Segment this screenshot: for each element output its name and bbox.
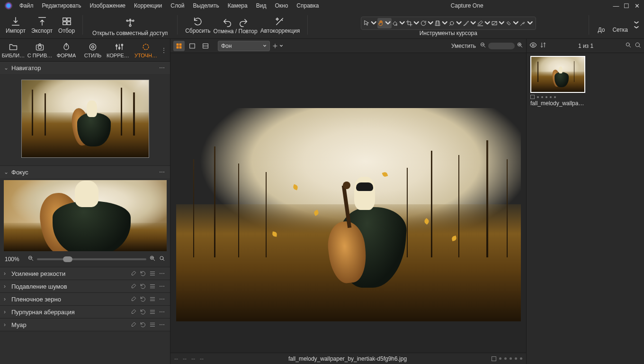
autocorrect-button[interactable]: Автокоррекция (258, 14, 303, 36)
copy-adjust-icon[interactable] (129, 295, 138, 303)
export-button[interactable]: Экспорт (28, 14, 55, 36)
panel-menu-icon[interactable]: ⋯ (158, 308, 166, 316)
reset-adjust-icon[interactable] (139, 282, 147, 291)
view-mode-single[interactable] (187, 41, 198, 51)
zoom-in-icon[interactable] (149, 255, 156, 263)
before-after-button[interactable]: До (594, 17, 608, 33)
reset-adjust-icon[interactable] (139, 308, 147, 316)
panel-menu-icon[interactable]: ⋯ (158, 168, 166, 176)
tab-shape[interactable]: ФОРМА (53, 39, 80, 61)
preset-icon[interactable] (148, 308, 157, 316)
crop-tool[interactable] (406, 18, 420, 28)
window-minimize-icon[interactable]: — (611, 1, 621, 11)
info-shutter: -- (191, 355, 195, 362)
layer-select[interactable]: Фон (218, 41, 270, 51)
preset-icon[interactable] (148, 320, 157, 329)
zoom-out-icon[interactable] (27, 255, 34, 263)
add-layer-button[interactable] (272, 41, 283, 51)
hand-tool[interactable] (377, 18, 392, 28)
zoom-out-icon[interactable] (480, 42, 486, 50)
thumb-filename: fall_melody_wallpap… (530, 100, 585, 107)
keystone-tool[interactable] (434, 18, 448, 28)
sort-icon[interactable] (540, 42, 546, 50)
window-maximize-icon[interactable]: ☐ (621, 1, 632, 11)
tab-tether[interactable]: С ПРИВ… (27, 39, 53, 61)
expand-icon[interactable]: › (4, 283, 9, 290)
tab-refine[interactable]: УТОЧН… (133, 39, 159, 61)
navigator-thumbnail[interactable] (21, 80, 149, 158)
eye-icon[interactable] (529, 41, 537, 50)
brush-tool[interactable] (463, 18, 477, 28)
view-mode-grid[interactable] (173, 41, 185, 51)
menu-corrections[interactable]: Коррекции (130, 1, 166, 10)
menu-file[interactable]: Файл (15, 1, 38, 10)
grid-button[interactable]: Сетка (608, 17, 632, 33)
view-mode-proof[interactable] (200, 41, 211, 51)
reset-adjust-icon[interactable] (139, 320, 147, 329)
pointer-tool[interactable] (363, 18, 377, 28)
preset-icon[interactable] (148, 295, 157, 303)
eyedropper-tool[interactable] (519, 18, 534, 28)
panel-menu-icon[interactable]: ⋯ (158, 282, 166, 291)
expand-icon[interactable]: › (4, 270, 9, 277)
svg-point-15 (89, 44, 96, 50)
undo-button[interactable] (219, 16, 235, 28)
gradient-tool[interactable] (491, 18, 505, 28)
window-close-icon[interactable]: ✕ (632, 1, 642, 11)
spot-tool[interactable] (448, 18, 463, 28)
share-button[interactable]: Открыть совместный доступ (88, 17, 172, 38)
eraser-tool[interactable] (477, 18, 491, 28)
tab-corrections[interactable]: КОРРЕК… (106, 39, 133, 61)
menu-window[interactable]: Окно (270, 1, 292, 10)
reset-button[interactable]: Сбросить (182, 14, 213, 36)
search-icon[interactable] (625, 42, 632, 50)
zoom-in-icon[interactable] (517, 42, 523, 50)
expand-icon[interactable]: › (4, 309, 9, 315)
zoom-slider[interactable] (488, 43, 515, 49)
menu-select[interactable]: Выделить (188, 1, 223, 10)
reset-adjust-icon[interactable] (139, 295, 147, 303)
tab-style[interactable]: СТИЛЬ (80, 39, 106, 61)
expand-icon[interactable]: › (4, 321, 9, 328)
rating-controls[interactable] (492, 356, 522, 361)
menu-layer[interactable]: Слой (166, 1, 188, 10)
rotate-tool[interactable] (420, 18, 434, 28)
browser-thumbnail[interactable]: fall_melody_wallpap… (530, 56, 585, 107)
menu-edit[interactable]: Редактировать (38, 1, 86, 10)
fill-tool[interactable] (392, 18, 406, 28)
thumb-rating[interactable] (530, 93, 585, 100)
heal-tool[interactable] (505, 18, 519, 28)
panel-menu-icon[interactable]: ⋯ (158, 64, 166, 72)
color-tag[interactable] (492, 356, 496, 361)
tool-tabs-more[interactable]: ⋮ (159, 39, 169, 61)
menu-help[interactable]: Справка (292, 1, 323, 10)
menu-view[interactable]: Вид (252, 1, 271, 10)
menu-image[interactable]: Изображение (85, 1, 130, 10)
pick-focus-icon[interactable] (159, 255, 165, 263)
preset-icon[interactable] (148, 282, 157, 291)
collapse-icon[interactable]: ⌄ (4, 169, 9, 175)
import-button[interactable]: Импорт (3, 14, 28, 36)
toolbar-overflow[interactable] (632, 20, 641, 30)
focus-preview[interactable] (4, 180, 167, 251)
preset-icon[interactable] (148, 269, 157, 278)
focus-zoom-slider[interactable] (37, 258, 146, 260)
svg-rect-26 (177, 46, 179, 48)
expand-icon[interactable]: › (4, 296, 9, 302)
menu-camera[interactable]: Камера (224, 1, 252, 10)
copy-adjust-icon[interactable] (129, 269, 138, 278)
panel-menu-icon[interactable]: ⋯ (158, 320, 166, 329)
copy-adjust-icon[interactable] (129, 308, 138, 316)
filter-icon[interactable] (635, 42, 641, 50)
tab-library[interactable]: БИБЛИ… (0, 39, 27, 61)
copy-adjust-icon[interactable] (129, 320, 138, 329)
panel-menu-icon[interactable]: ⋯ (158, 269, 166, 278)
collapse-icon[interactable]: ⌄ (4, 64, 9, 71)
redo-button[interactable] (235, 16, 251, 28)
reset-adjust-icon[interactable] (139, 269, 147, 278)
viewer-canvas[interactable] (170, 53, 526, 353)
copy-adjust-icon[interactable] (129, 282, 138, 291)
cull-button[interactable]: Отбор (55, 14, 78, 36)
panel-menu-icon[interactable]: ⋯ (158, 295, 166, 303)
fit-label[interactable]: Уместить (451, 43, 476, 49)
